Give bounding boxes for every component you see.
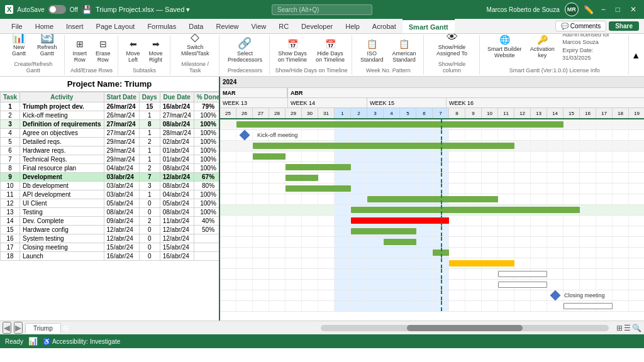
american-standard-button[interactable]: 📋 AmericanStandard (389, 37, 419, 65)
bottom-bar: ◀ ▶ Triump ⊕ ⊞ ☰ 🔍 (0, 321, 644, 334)
horizontal-scrollbar[interactable] (321, 325, 609, 331)
toolbar-group-milestone: ◇ SwitchMilest/Task Milestone / Task (172, 35, 219, 75)
switch-milest-task-button[interactable]: ◇ SwitchMilest/Task (178, 34, 213, 58)
show-days-button[interactable]: 📅 Show Dayson Timeline (275, 37, 310, 65)
cell-due: 08/abr/24 (160, 208, 194, 217)
smart-builder-website-button[interactable]: 🌐 Smart BuilderWebsite (485, 34, 525, 60)
tab-home[interactable]: Home (29, 19, 60, 33)
day-header-cell: 25 (220, 108, 236, 118)
refresh-gantt-button[interactable]: 🔄 RefreshGantt (34, 34, 60, 58)
move-right-button[interactable]: ➡ MoveRight (146, 37, 166, 65)
accessibility-button[interactable]: ♿ Accessibility: Investigate (43, 338, 120, 345)
move-left-button[interactable]: ⬅ MoveLeft (123, 37, 143, 65)
header-activity: Activity (20, 92, 104, 102)
week-group-label: Week No. Pattern (366, 67, 411, 74)
tab-insert[interactable]: Insert (60, 19, 90, 33)
select-predecessors-button[interactable]: 🔗 SelectPredecessors (225, 36, 265, 65)
cell-due: 04/abr/24 (160, 190, 194, 199)
gantt-milestone-label: Closing meeting (564, 292, 605, 299)
tab-help[interactable]: Help (339, 19, 366, 33)
zoom-in-button[interactable]: 🔍 (632, 324, 641, 332)
cell-days: 1 (139, 111, 160, 120)
close-button[interactable]: ✕ (628, 5, 639, 14)
share-button[interactable]: Share (609, 21, 639, 31)
toolbar-row-4: 📅 Show Dayson Timeline 📅 Hide Dayson Tim… (275, 37, 348, 65)
tab-page-layout[interactable]: Page Layout (90, 19, 142, 33)
gantt-row (220, 184, 644, 194)
table-row: 14 Dev. Complete 09/abr/24 2 11/abr/24 4… (1, 217, 219, 226)
tab-view[interactable]: View (245, 19, 273, 33)
show-days-icon: 📅 (287, 39, 298, 49)
cell-task: 14 (1, 217, 20, 226)
user-avatar: MR (565, 3, 579, 16)
maximize-button[interactable]: □ (613, 5, 623, 14)
dashed-line (441, 290, 442, 300)
cell-done: 100% (194, 129, 219, 138)
cell-done: 100% (194, 120, 219, 129)
cell-days: 2 (139, 217, 160, 226)
week15-label: WEEK 15 (367, 98, 447, 107)
dashed-line (441, 280, 442, 290)
comments-button[interactable]: 💬 Comments (555, 21, 606, 31)
cell-activity: Detailed reqs. (20, 138, 104, 146)
tab-formulas[interactable]: Formulas (141, 19, 182, 33)
minimize-button[interactable]: − (599, 5, 608, 14)
day-header-cell: 31 (318, 108, 335, 118)
insert-row-button[interactable]: ⊞ InsertRow (70, 37, 91, 65)
add-sheet-button[interactable]: ⊕ (62, 323, 70, 333)
toolbar-group-days: 📅 Show Dayson Timeline 📅 Hide Dayson Tim… (271, 35, 352, 75)
license-info: Add-in licensed forMarcos SouzaExpiry Da… (560, 34, 625, 65)
erase-row-button[interactable]: ⊟ EraseRow (92, 37, 114, 65)
title-bar-left: X AutoSave Off 💾 Triump Project.xlsx — S… (5, 5, 214, 14)
toolbar-group-predecessors: 🔗 SelectPredecessors Predecessors (221, 35, 270, 75)
cell-activity: Agree on objectives (20, 129, 104, 138)
days-group-label: Show/Hide Days on Timeline (275, 67, 348, 74)
toolbar-group-week: 📋 ISOStandard 📋 AmericanStandard Week No… (353, 35, 424, 75)
table-row: 5 Detailed reqs. 29/mar/24 2 02/abr/24 1… (1, 138, 219, 146)
dashed-line (441, 162, 442, 172)
scroll-left-button[interactable]: ◀ (3, 322, 11, 334)
scroll-right-button[interactable]: ▶ (14, 322, 23, 334)
cell-due: 08/abr/24 (160, 182, 194, 190)
cell-task: 16 (1, 234, 20, 243)
cell-task: 12 (1, 199, 20, 208)
activation-key-button[interactable]: 🔑 Activationkey (527, 34, 557, 60)
header-days: Days (139, 92, 160, 102)
table-row: 1 Triumph project dev. 26/mar/24 15 16/a… (1, 102, 219, 111)
cell-task: 2 (1, 111, 20, 120)
cell-task: 13 (1, 208, 20, 217)
autosave-toggle[interactable] (48, 5, 66, 14)
cell-days: 1 (139, 129, 160, 138)
cell-days: 8 (139, 120, 160, 129)
dashed-line (441, 226, 442, 236)
save-icon[interactable]: 💾 (82, 5, 92, 14)
tab-file[interactable]: File (5, 19, 29, 33)
tab-rc[interactable]: RC (272, 19, 295, 33)
cell-due: 12/abr/24 (160, 173, 194, 182)
iso-standard-button[interactable]: 📋 ISOStandard (357, 37, 387, 65)
zoom-grid-icon[interactable]: ⊞ (616, 324, 623, 332)
milestone-group-label: Milestone / Task (175, 61, 215, 74)
table-row: 10 Db development 03/abr/24 3 08/abr/24 … (1, 182, 219, 190)
show-hide-assigned-button[interactable]: 👁 Show/HideAssigned To (433, 34, 470, 58)
toolbar-row-5: 📋 ISOStandard 📋 AmericanStandard (357, 37, 419, 65)
gantt-bar (286, 164, 351, 170)
toolbar-row-6: 🌐 Smart BuilderWebsite 🔑 Activationkey A… (485, 34, 625, 65)
tab-data[interactable]: Data (182, 19, 209, 33)
toolbar-collapse[interactable]: ▲ (630, 35, 641, 75)
day-header-cell: 8 (449, 108, 465, 118)
zoom-list-icon[interactable]: ☰ (624, 324, 631, 332)
new-gantt-button[interactable]: 📊 NewGantt (6, 34, 31, 58)
cell-start: 09/abr/24 (104, 217, 139, 226)
tab-acrobat[interactable]: Acrobat (366, 19, 402, 33)
tab-review[interactable]: Review (209, 19, 245, 33)
excel-status-icon: 📊 (28, 337, 38, 346)
gantt-table: Task Activity Start Date Days Due Date %… (0, 92, 219, 261)
search-input[interactable] (272, 4, 372, 15)
tab-developer[interactable]: Developer (295, 19, 339, 33)
tab-smart-gantt[interactable]: Smart Gantt (402, 19, 455, 33)
pen-icon[interactable]: ✏️ (584, 5, 594, 14)
hide-days-button[interactable]: 📅 Hide Dayson Timeline (313, 37, 348, 65)
header-done: % Done (194, 92, 219, 102)
sheet-tab-triump[interactable]: Triump (25, 323, 61, 333)
